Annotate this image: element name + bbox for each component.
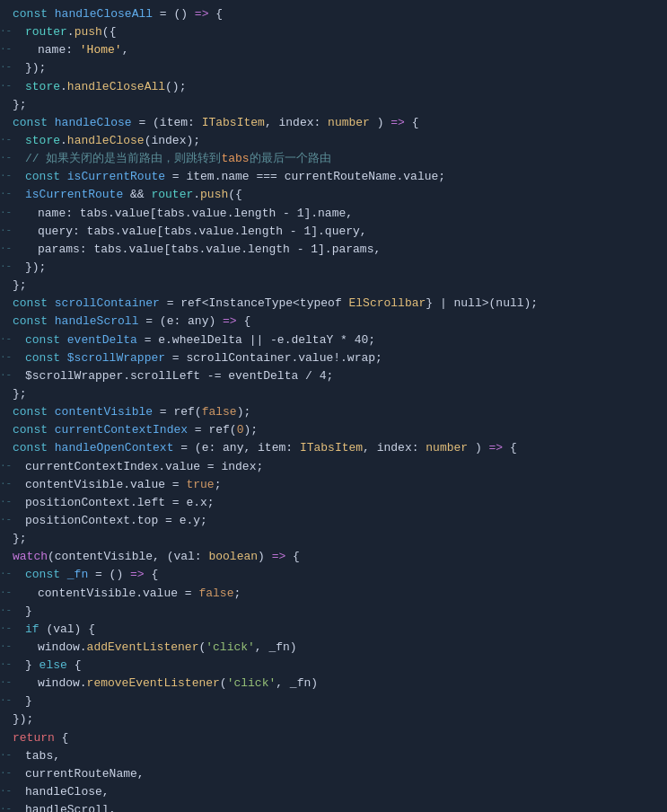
line-gutter: ·-: [0, 186, 13, 201]
code-line: const handleClose = (item: ITabsItem, in…: [0, 114, 667, 132]
code-line: ·-}: [0, 603, 667, 621]
line-content: contentVisible.value = true;: [13, 476, 221, 494]
line-content: const $scrollWrapper = scrollContainer.v…: [13, 349, 382, 367]
line-gutter: ·-: [0, 639, 13, 654]
code-editor: const handleCloseAll = () => {·-router.p…: [0, 0, 667, 812]
line-content: tabs,: [13, 747, 60, 765]
line-content: const eventDelta = e.wheelDelta || -e.de…: [13, 331, 375, 349]
code-line: ·-const _fn = () => {: [0, 566, 667, 584]
line-content: });: [13, 710, 33, 728]
code-line: return {: [0, 729, 667, 747]
code-line: ·-name: tabs.value[tabs.value.length - 1…: [0, 205, 667, 223]
line-content: if (val) {: [13, 621, 95, 639]
line-content: handleScroll,: [13, 801, 116, 812]
line-content: positionContext.left = e.x;: [13, 494, 215, 512]
line-gutter: ·-: [0, 603, 13, 618]
line-gutter: ·-: [0, 693, 13, 708]
code-line: ·-const eventDelta = e.wheelDelta || -e.…: [0, 331, 667, 349]
code-line: };: [0, 277, 667, 295]
line-gutter: ·-: [0, 801, 13, 812]
code-line: ·-tabs,: [0, 747, 667, 765]
line-content: };: [13, 385, 27, 403]
code-line: ·-});: [0, 259, 667, 277]
line-content: });: [13, 59, 46, 77]
code-line: watch(contentVisible, (val: boolean) => …: [0, 548, 667, 566]
line-gutter: ·-: [0, 367, 13, 383]
line-gutter: ·-: [0, 657, 13, 672]
line-gutter: ·-: [0, 783, 13, 799]
code-line: ·-currentRouteName,: [0, 765, 667, 783]
code-line: ·-const isCurrentRoute = item.name === c…: [0, 168, 667, 186]
line-content: router.push({: [13, 23, 116, 41]
line-gutter: ·-: [0, 23, 13, 39]
line-gutter: ·-: [0, 566, 13, 581]
line-content: contentVisible.value = false;: [13, 585, 241, 603]
line-gutter: ·-: [0, 241, 13, 256]
line-content: query: tabs.value[tabs.value.length - 1]…: [13, 223, 367, 241]
line-content: $scrollWrapper.scrollLeft -= eventDelta …: [13, 367, 333, 385]
line-content: currentContextIndex.value = index;: [13, 458, 263, 476]
line-gutter: ·-: [0, 494, 13, 509]
code-line: };: [0, 530, 667, 548]
code-line: ·-router.push({: [0, 23, 667, 41]
line-gutter: ·-: [0, 168, 13, 183]
code-line: ·-positionContext.left = e.x;: [0, 494, 667, 512]
line-content: isCurrentRoute && router.push({: [13, 186, 242, 204]
line-content: }: [13, 603, 32, 621]
code-line: ·-const $scrollWrapper = scrollContainer…: [0, 349, 667, 367]
line-content: const handleOpenContext = (e: any, item:…: [13, 439, 517, 457]
code-line: ·-contentVisible.value = false;: [0, 585, 667, 603]
code-line: const handleScroll = (e: any) => {: [0, 313, 667, 331]
line-content: currentRouteName,: [13, 765, 145, 783]
line-gutter: ·-: [0, 675, 13, 690]
line-content: } else {: [13, 657, 81, 675]
line-content: const handleScroll = (e: any) => {: [13, 313, 250, 331]
line-content: const handleClose = (item: ITabsItem, in…: [13, 114, 419, 132]
code-line: ·-store.handleClose(index);: [0, 132, 667, 150]
code-line: const scrollContainer = ref<InstanceType…: [0, 295, 667, 313]
line-gutter: ·-: [0, 585, 13, 600]
line-gutter: ·-: [0, 512, 13, 527]
line-content: const currentContextIndex = ref(0);: [13, 421, 258, 439]
code-line: ·-handleScroll,: [0, 801, 667, 812]
code-line: const handleCloseAll = () => {: [0, 5, 667, 23]
line-gutter: ·-: [0, 59, 13, 75]
line-content: params: tabs.value[tabs.value.length - 1…: [13, 241, 381, 259]
line-gutter: ·-: [0, 621, 13, 636]
code-line: ·-$scrollWrapper.scrollLeft -= eventDelt…: [0, 367, 667, 385]
line-content: watch(contentVisible, (val: boolean) => …: [13, 548, 300, 566]
code-line: ·-} else {: [0, 657, 667, 675]
line-content: positionContext.top = e.y;: [13, 512, 207, 530]
line-content: name: tabs.value[tabs.value.length - 1].…: [13, 205, 353, 223]
line-gutter: ·-: [0, 765, 13, 781]
code-line: ·-window.removeEventListener('click', _f…: [0, 675, 667, 693]
line-content: handleClose,: [13, 783, 110, 801]
code-line: ·-name: 'Home',: [0, 41, 667, 59]
code-line: ·-}: [0, 693, 667, 710]
code-line: ·-handleClose,: [0, 783, 667, 801]
code-line: const contentVisible = ref(false);: [0, 403, 667, 421]
line-content: }: [13, 693, 32, 710]
code-line: });: [0, 710, 667, 728]
line-gutter: ·-: [0, 132, 13, 147]
line-gutter: ·-: [0, 476, 13, 491]
code-line: ·-positionContext.top = e.y;: [0, 512, 667, 530]
line-gutter: ·-: [0, 223, 13, 238]
line-content: window.removeEventListener('click', _fn): [13, 675, 318, 693]
line-gutter: ·-: [0, 458, 13, 473]
line-content: };: [13, 96, 27, 114]
line-content: name: 'Home',: [13, 41, 128, 59]
code-line: ·-if (val) {: [0, 621, 667, 639]
line-content: };: [13, 277, 27, 295]
code-line: ·-});: [0, 59, 667, 77]
code-line: const currentContextIndex = ref(0);: [0, 421, 667, 439]
line-content: };: [13, 530, 27, 548]
code-line: ·-// 如果关闭的是当前路由，则跳转到tabs的最后一个路由: [0, 150, 667, 168]
code-line: const handleOpenContext = (e: any, item:…: [0, 439, 667, 457]
code-line: ·-contentVisible.value = true;: [0, 476, 667, 494]
line-content: const scrollContainer = ref<InstanceType…: [13, 295, 538, 313]
line-content: return {: [13, 729, 68, 747]
line-gutter: ·-: [0, 747, 13, 763]
line-gutter: ·-: [0, 205, 13, 220]
line-gutter: ·-: [0, 150, 13, 165]
